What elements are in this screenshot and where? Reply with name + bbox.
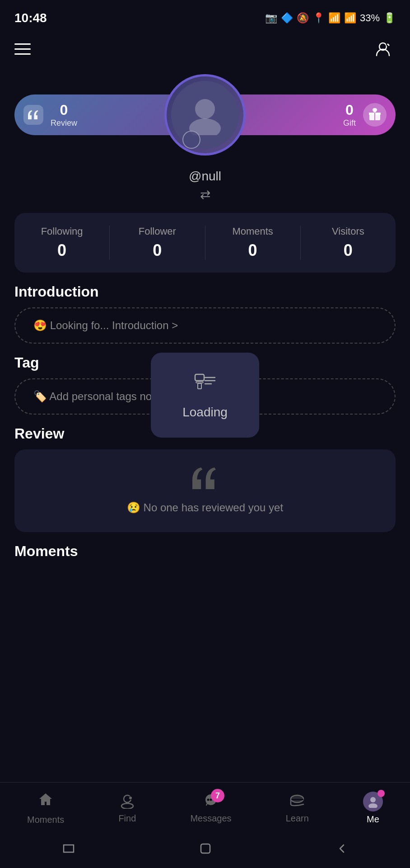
following-label: Following — [14, 226, 109, 237]
battery-icon: 🔋 — [383, 12, 396, 24]
me-avatar-wrapper — [363, 792, 383, 811]
find-nav-label: Find — [118, 813, 136, 824]
status-time: 10:48 — [14, 11, 47, 25]
signal-icon: 📶 — [344, 12, 356, 24]
gift-label: Gift — [343, 118, 356, 128]
introduction-box[interactable]: 😍 Looking fo... Introduction > — [14, 307, 396, 344]
following-stat[interactable]: Following 0 — [14, 226, 110, 260]
system-nav-bar — [0, 832, 410, 868]
stats-row: Following 0 Follower 0 Moments 0 Visitor… — [14, 213, 396, 273]
find-nav-icon — [119, 793, 135, 811]
moments-label: Moments — [205, 226, 300, 237]
quote-icon — [23, 105, 43, 125]
review-empty-text: 😢 No one has reviewed you yet — [33, 501, 377, 514]
review-stat-info: 0 Review — [51, 102, 77, 128]
svg-point-16 — [129, 797, 132, 799]
introduction-section: Introduction 😍 Looking fo... Introductio… — [14, 283, 396, 344]
hamburger-line-2 — [14, 48, 31, 50]
profile-avatar[interactable] — [164, 74, 246, 156]
nav-messages[interactable]: 7 Messages — [190, 793, 231, 824]
username-section: @null ⇄ — [0, 169, 410, 202]
back-button[interactable] — [335, 842, 348, 858]
moments-nav-icon — [37, 792, 54, 812]
me-nav-label: Me — [367, 814, 379, 825]
svg-rect-23 — [291, 799, 303, 800]
review-section: Review 😢 No one has reviewed you yet — [14, 425, 396, 532]
hamburger-line-1 — [14, 43, 31, 45]
follower-label: Follower — [110, 226, 205, 237]
messages-nav-label: Messages — [190, 813, 231, 824]
avatar-badge — [182, 131, 200, 149]
top-nav — [0, 33, 410, 65]
svg-rect-6 — [195, 374, 204, 381]
svg-point-14 — [121, 803, 133, 809]
review-box: 😢 No one has reviewed you yet — [14, 449, 396, 532]
visitors-stat[interactable]: Visitors 0 — [301, 226, 396, 260]
status-bar: 10:48 📷 🔷 🔕 📍 📶 📶 33% 🔋 — [0, 0, 410, 33]
location-icon: 📍 — [312, 12, 325, 24]
moments-nav-label: Moments — [27, 815, 64, 825]
introduction-title: Introduction — [14, 283, 396, 300]
menu-button[interactable] — [14, 36, 40, 61]
messages-badge: 7 — [211, 789, 224, 802]
visitors-value: 0 — [301, 241, 396, 260]
bluetooth-icon: 🔷 — [281, 12, 293, 24]
svg-rect-8 — [198, 383, 201, 389]
me-notification-badge — [377, 790, 385, 797]
learn-nav-label: Learn — [286, 813, 309, 824]
svg-rect-7 — [196, 382, 203, 383]
loading-spinner-icon — [191, 371, 219, 398]
hamburger-line-3 — [14, 53, 31, 55]
moments-value: 0 — [205, 241, 300, 260]
svg-point-2 — [195, 99, 215, 119]
vibrate-icon: 🔕 — [297, 12, 309, 24]
review-empty-message: No one has reviewed you yet — [144, 501, 284, 514]
review-label: Review — [51, 118, 77, 128]
battery-indicator: 33% — [360, 12, 380, 24]
review-quote-icon — [33, 467, 377, 494]
svg-rect-31 — [201, 844, 210, 853]
camera-icon: 📷 — [265, 12, 277, 24]
recent-apps-button[interactable] — [62, 843, 75, 857]
edit-profile-button[interactable] — [370, 36, 396, 61]
username-display: @null — [0, 169, 410, 184]
introduction-placeholder: 😍 Looking fo... Introduction > — [33, 319, 178, 332]
wifi-icon: 📶 — [328, 12, 340, 24]
gift-count: 0 — [345, 102, 354, 118]
loading-overlay: Loading — [151, 353, 259, 438]
moments-stat[interactable]: Moments 0 — [205, 226, 301, 260]
nav-learn[interactable]: Learn — [286, 793, 309, 824]
visitors-label: Visitors — [301, 226, 396, 237]
bottom-nav: Moments Find 7 Messages — [0, 782, 410, 832]
home-button[interactable] — [199, 842, 212, 858]
following-value: 0 — [14, 241, 109, 260]
svg-point-25 — [370, 797, 376, 802]
learn-nav-icon — [289, 793, 305, 811]
moments-section: Moments — [14, 543, 396, 560]
follower-value: 0 — [110, 241, 205, 260]
svg-point-12 — [45, 800, 47, 802]
messages-nav-icon-wrapper: 7 — [203, 793, 219, 811]
moments-title: Moments — [14, 543, 396, 560]
nav-moments[interactable]: Moments — [27, 792, 64, 825]
loading-text: Loading — [182, 405, 228, 420]
nav-me[interactable]: Me — [363, 792, 383, 825]
gift-stat-info: 0 Gift — [343, 102, 356, 128]
profile-banner: 0 Review 0 Gift — [14, 74, 396, 156]
avatar-inner — [171, 81, 239, 149]
gift-icon — [363, 103, 387, 127]
tag-placeholder: 🏷️ Add personal tags now > — [33, 390, 169, 403]
svg-point-18 — [207, 799, 209, 801]
review-count: 0 — [60, 102, 68, 118]
status-icons: 📷 🔷 🔕 📍 📶 📶 33% 🔋 — [265, 12, 396, 24]
nav-find[interactable]: Find — [118, 793, 136, 824]
follower-stat[interactable]: Follower 0 — [110, 226, 205, 260]
review-empty-emoji: 😢 — [127, 501, 140, 514]
swap-icon[interactable]: ⇄ — [0, 187, 410, 202]
svg-point-26 — [368, 803, 377, 808]
